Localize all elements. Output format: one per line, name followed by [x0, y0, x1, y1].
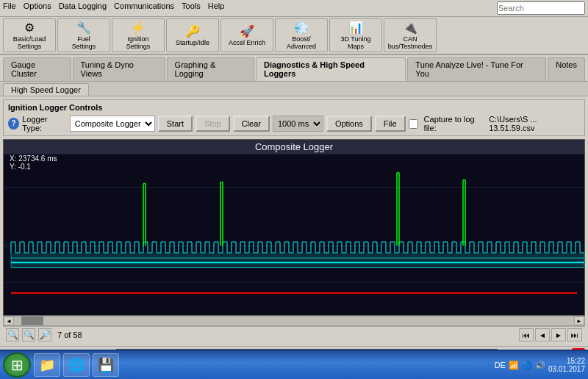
toolbar-boost-label: Boost/ Advanced	[287, 35, 316, 50]
clock-date: 03.01.2017	[548, 365, 585, 373]
clock-time: 15:22	[548, 357, 585, 365]
toolbar-can[interactable]: 🔌 CAN bus/Testmodes	[384, 18, 437, 52]
tab-tuning-dyno[interactable]: Tuning & Dyno Views	[73, 57, 165, 81]
taskbar-chrome[interactable]: 🌐	[63, 353, 90, 377]
toolbar-basic-load-label: Basic/Load Settings	[13, 35, 46, 50]
tab-notes[interactable]: Notes	[548, 57, 585, 81]
taskbar-right: DE 📶 🔵 🔊 15:22 03.01.2017	[495, 357, 585, 373]
toolbar-ignition[interactable]: ⚡ Ignition Settings	[112, 18, 165, 52]
svg-rect-0	[4, 140, 584, 315]
menu-bar: File Options Data Logging Communications…	[0, 0, 588, 17]
capture-label: Capture to log file:	[424, 115, 487, 132]
zoom-out-button[interactable]: 🔍	[6, 328, 19, 341]
coord-x: X: 23734.6 ms	[10, 155, 57, 163]
toolbar-accel[interactable]: 🚀 Accel Enrich	[220, 18, 273, 52]
capture-path: C:\Users\S ... 13.51.59.csv	[489, 115, 580, 132]
tab-high-speed-logger[interactable]: High Speed Logger	[3, 83, 89, 96]
clear-button[interactable]: Clear	[233, 116, 270, 132]
zoom-fit-button[interactable]: 🔎	[38, 328, 51, 341]
menu-data-logging[interactable]: Data Logging	[59, 1, 107, 15]
tabs-row1: Gauge Cluster Tuning & Dyno Views Graphi…	[0, 55, 588, 82]
help-icon[interactable]: ?	[8, 118, 19, 130]
menu-file[interactable]: File	[3, 1, 16, 15]
logger-type-label: Logger Type:	[22, 115, 67, 132]
bottom-controls: 🔍 🔍 🔎 7 of 58 ⏮ ◄ ► ⏭	[3, 326, 585, 343]
ignition-icon: ⚡	[131, 21, 146, 35]
chart-svg	[4, 140, 584, 315]
tab-diagnostics[interactable]: Diagnostics & High Speed Loggers	[256, 57, 406, 81]
file-button[interactable]: File	[375, 116, 406, 132]
scroll-row: ◄ ►	[3, 316, 585, 326]
tab-graphing[interactable]: Graphing & Logging	[167, 57, 254, 81]
logger-panel-title: Ignition Logger Controls	[8, 103, 580, 112]
chart-coords: X: 23734.6 ms Y: -0.1	[10, 155, 57, 171]
page-info: 7 of 58	[57, 330, 82, 339]
coord-y: Y: -0.1	[10, 163, 57, 171]
stop-button[interactable]: Stop	[196, 116, 230, 132]
boost-icon: 💨	[294, 21, 309, 35]
tray-network: 📶	[509, 361, 519, 370]
start-button[interactable]: Start	[158, 116, 193, 132]
toolbar-startup[interactable]: 🔑 Startup/Idle	[166, 18, 219, 52]
toolbar-can-label: CAN bus/Testmodes	[388, 35, 433, 50]
3d-tuning-icon: 📊	[348, 21, 363, 35]
search-input[interactable]	[497, 1, 585, 15]
tabs-row2: High Speed Logger	[0, 82, 588, 96]
menu-communications[interactable]: Communications	[114, 1, 174, 15]
taskbar-explorer[interactable]: 📁	[34, 353, 60, 377]
zoom-in-button[interactable]: 🔍	[22, 328, 35, 341]
tray-volume: 🔊	[535, 361, 545, 370]
nav-first[interactable]: ⏮	[519, 328, 534, 341]
fuel-icon: 🔧	[76, 21, 91, 35]
toolbar: ⚙ Basic/Load Settings 🔧 Fuel Settings ⚡ …	[0, 17, 588, 55]
toolbar-boost[interactable]: 💨 Boost/ Advanced	[275, 18, 328, 52]
tab-gauge-cluster[interactable]: Gauge Cluster	[3, 57, 71, 81]
logger-type-select[interactable]: Composite Logger Ignition Logger Trigger…	[70, 116, 155, 132]
basic-load-icon: ⚙	[24, 21, 35, 35]
capture-checkbox[interactable]	[409, 119, 418, 129]
can-icon: 🔌	[403, 21, 417, 35]
tab-tune-analyze[interactable]: Tune Analyze Live! - Tune For You	[407, 57, 546, 81]
horizontal-scrollbar[interactable]	[14, 316, 574, 325]
scroll-right[interactable]: ►	[574, 316, 584, 325]
tray-lang: DE	[495, 361, 506, 369]
menu-tools[interactable]: Tools	[182, 1, 201, 15]
tray-bluetooth: 🔵	[522, 361, 532, 370]
taskbar-app3[interactable]: 💾	[93, 353, 119, 377]
nav-last[interactable]: ⏭	[567, 328, 582, 341]
options-button[interactable]: Options	[326, 116, 372, 132]
chart-area[interactable]: Composite Logger X: 23734.6 ms Y: -0.1 2…	[3, 139, 585, 316]
toolbar-fuel[interactable]: 🔧 Fuel Settings	[57, 18, 110, 52]
menu-help[interactable]: Help	[208, 1, 225, 15]
content-area: Ignition Logger Controls ? Logger Type: …	[0, 96, 588, 346]
startup-icon: 🔑	[185, 24, 200, 38]
taskbar: ⊞ 📁 🌐 💾 DE 📶 🔵 🔊 15:22 03.01.2017	[0, 350, 588, 379]
toolbar-accel-label: Accel Enrich	[229, 39, 265, 46]
interval-select[interactable]: 1000 ms	[273, 116, 323, 132]
accel-icon: 🚀	[240, 24, 254, 38]
clock: 15:22 03.01.2017	[548, 357, 585, 373]
nav-prev[interactable]: ◄	[535, 328, 550, 341]
scroll-left[interactable]: ◄	[4, 316, 14, 325]
chart-title: Composite Logger	[4, 140, 584, 154]
toolbar-basic-load[interactable]: ⚙ Basic/Load Settings	[3, 18, 56, 52]
logger-controls: ? Logger Type: Composite Logger Ignition…	[8, 115, 580, 132]
toolbar-fuel-label: Fuel Settings	[72, 35, 96, 50]
toolbar-3d-tuning-label: 3D Tuning Maps	[340, 35, 370, 50]
menu-options[interactable]: Options	[24, 1, 51, 15]
toolbar-3d-tuning[interactable]: 📊 3D Tuning Maps	[329, 18, 382, 52]
windows-logo: ⊞	[11, 356, 24, 374]
nav-next[interactable]: ►	[551, 328, 566, 341]
toolbar-ignition-label: Ignition Settings	[126, 35, 151, 50]
toolbar-startup-label: Startup/Idle	[176, 39, 209, 46]
logger-panel: Ignition Logger Controls ? Logger Type: …	[3, 99, 585, 136]
start-button[interactable]: ⊞	[3, 353, 31, 378]
